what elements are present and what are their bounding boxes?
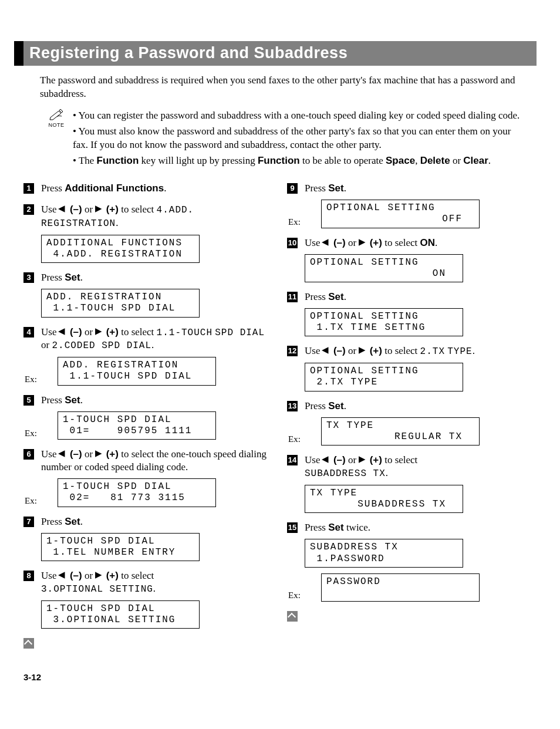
section-title: Registering a Password and Subaddress xyxy=(23,41,537,66)
left-arrow-icon xyxy=(59,450,68,458)
step-7: 7 Press Set. 1-TOUCH SPD DIAL 1.TEL NUMB… xyxy=(23,515,273,561)
step-number: 5 xyxy=(23,395,34,406)
right-arrow-icon xyxy=(95,572,103,580)
step-number: 13 xyxy=(287,401,298,411)
step-number: 3 xyxy=(23,272,34,283)
lcd-display: 1-TOUCH SPD DIAL 3.OPTIONAL SETTING xyxy=(41,600,200,629)
continue-icon xyxy=(287,611,298,622)
right-arrow-icon xyxy=(359,347,367,355)
left-arrow-icon xyxy=(323,456,331,464)
intro-text: The password and subaddress is required … xyxy=(40,74,521,101)
step-number: 10 xyxy=(287,238,298,248)
example-label: Ex: xyxy=(25,496,37,506)
right-column: 9 Press Set. Ex: OPTIONAL SETTING OFF 10… xyxy=(287,182,537,649)
lcd-display: OPTIONAL SETTING ON xyxy=(305,254,463,282)
lcd-display: SUBADDRESS TX 1.PASSWORD xyxy=(305,539,463,567)
step-15: 15 Press Set twice. SUBADDRESS TX 1.PASS… xyxy=(287,521,537,602)
left-arrow-icon xyxy=(59,572,68,580)
step-11: 11 Press Set. OPTIONAL SETTING 1.TX TIME… xyxy=(287,291,537,336)
lcd-display: 1-TOUCH SPD DIAL 01= 905795 1111 xyxy=(58,411,216,440)
lcd-display: TX TYPE SUBADDRESS TX xyxy=(305,485,463,513)
note-item: You can register the password and subadd… xyxy=(73,109,521,123)
right-arrow-icon xyxy=(95,205,103,214)
step-4: 4 Use (–) or (+) to select 1.1-TOUCH SPD… xyxy=(23,326,273,386)
lcd-display: ADD. REGISTRATION 1.1-TOUCH SPD DIAL xyxy=(41,289,200,317)
lcd-display: ADDITIONAL FUNCTIONS 4.ADD. REGISTRATION xyxy=(41,235,200,263)
step-number: 11 xyxy=(287,292,298,302)
lcd-display: TX TYPE REGULAR TX xyxy=(321,417,480,446)
step-3: 3 Press Set. ADD. REGISTRATION 1.1-TOUCH… xyxy=(23,271,273,317)
right-arrow-icon xyxy=(359,456,367,464)
step-10: 10 Use (–) or (+) to select ON. OPTIONAL… xyxy=(287,237,537,282)
lcd-display: OPTIONAL SETTING 1.TX TIME SETTNG xyxy=(305,308,463,336)
left-column: 1 Press Additional Functions. 2 Use (–) … xyxy=(23,182,273,649)
step-number: 7 xyxy=(23,517,34,527)
left-arrow-icon xyxy=(59,205,68,214)
step-14: 14 Use (–) or (+) to selectSUBADDRESS TX… xyxy=(287,454,537,513)
note-block: NOTE You can register the password and s… xyxy=(40,109,521,170)
lcd-display: OPTIONAL SETTING 2.TX TYPE xyxy=(305,363,463,391)
step-12: 12 Use (–) or (+) to select 2.TX TYPE. O… xyxy=(287,345,537,391)
step-2: 2 Use (–) or (+) to select 4.ADD. REGIST… xyxy=(23,203,273,263)
lcd-display: OPTIONAL SETTING OFF xyxy=(321,200,480,228)
continue-icon xyxy=(23,638,34,649)
step-number: 2 xyxy=(23,204,34,215)
step-number: 8 xyxy=(23,571,34,581)
example-label: Ex: xyxy=(25,428,37,438)
example-label: Ex: xyxy=(25,374,37,384)
step-number: 4 xyxy=(23,327,34,338)
step-9: 9 Press Set. Ex: OPTIONAL SETTING OFF xyxy=(287,182,537,228)
step-6: 6 Use (–) or (+) to select the one-touch… xyxy=(23,448,273,507)
example-label: Ex: xyxy=(288,590,301,600)
step-number: 14 xyxy=(287,455,298,465)
note-item: You must also know the password and suba… xyxy=(73,125,521,152)
lcd-display: PASSWORD xyxy=(321,573,480,602)
right-arrow-icon xyxy=(359,239,367,247)
step-1: 1 Press Additional Functions. xyxy=(23,182,273,195)
left-arrow-icon xyxy=(59,328,68,336)
note-icon xyxy=(40,109,73,121)
page-number: 3-12 xyxy=(23,672,537,682)
lcd-display: 1-TOUCH SPD DIAL 1.TEL NUMBER ENTRY xyxy=(41,533,200,561)
step-number: 1 xyxy=(23,183,34,194)
example-label: Ex: xyxy=(288,217,301,227)
left-arrow-icon xyxy=(323,347,331,355)
step-8: 8 Use (–) or (+) to select3.OPTIONAL SET… xyxy=(23,569,273,629)
example-label: Ex: xyxy=(288,434,301,444)
lcd-display: 1-TOUCH SPD DIAL 02= 81 773 3115 xyxy=(58,478,216,507)
step-13: 13 Press Set. Ex: TX TYPE REGULAR TX xyxy=(287,400,537,446)
step-number: 6 xyxy=(23,449,34,460)
step-number: 12 xyxy=(287,346,298,356)
step-number: 9 xyxy=(287,183,298,194)
step-number: 15 xyxy=(287,522,298,533)
right-arrow-icon xyxy=(95,328,103,336)
step-5: 5 Press Set. Ex: 1-TOUCH SPD DIAL 01= 90… xyxy=(23,394,273,440)
right-arrow-icon xyxy=(95,450,103,458)
note-item: The Function key will light up by pressi… xyxy=(73,154,521,168)
left-arrow-icon xyxy=(323,239,331,247)
note-label: NOTE xyxy=(40,122,73,128)
lcd-display: ADD. REGISTRATION 1.1-TOUCH SPD DIAL xyxy=(58,357,216,385)
